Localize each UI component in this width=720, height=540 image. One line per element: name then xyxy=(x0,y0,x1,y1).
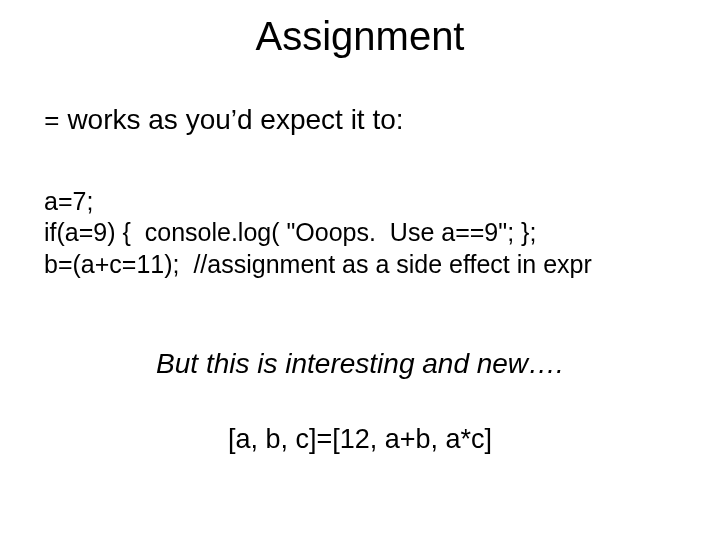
emphasis-line: But this is interesting and new…. xyxy=(0,348,720,380)
slide: Assignment = works as you’d expect it to… xyxy=(0,0,720,540)
intro-text: works as you’d expect it to: xyxy=(60,104,404,135)
destructuring-example: [a, b, c]=[12, a+b, a*c] xyxy=(0,424,720,455)
code-line-2: if(a=9) { console.log( "Ooops. Use a==9"… xyxy=(44,218,536,246)
slide-title: Assignment xyxy=(0,14,720,59)
equals-symbol: = xyxy=(44,107,60,137)
code-line-3: b=(a+c=11); //assignment as a side effec… xyxy=(44,250,592,278)
intro-line: = works as you’d expect it to: xyxy=(44,104,404,137)
code-block: a=7; if(a=9) { console.log( "Ooops. Use … xyxy=(44,186,592,280)
code-line-1: a=7; xyxy=(44,187,93,215)
